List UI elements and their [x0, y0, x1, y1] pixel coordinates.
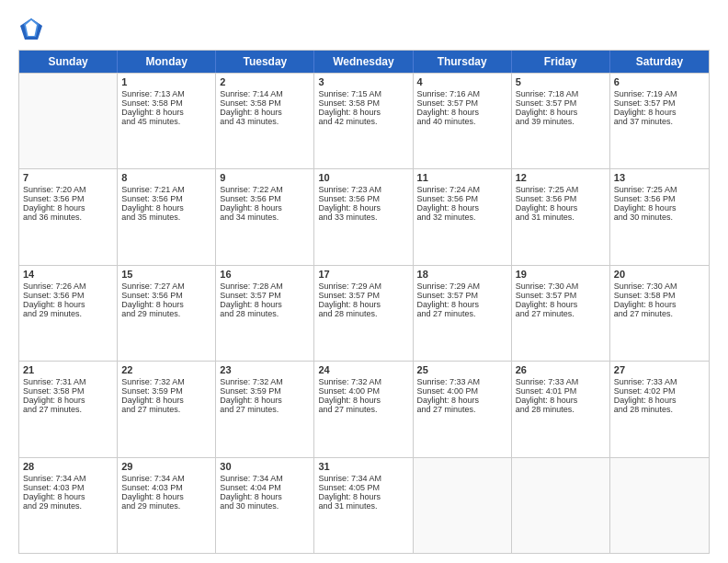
day-info-line: Sunrise: 7:28 AM — [220, 282, 310, 291]
day-info-line: Sunrise: 7:25 AM — [516, 185, 606, 194]
day-cell-22: 22Sunrise: 7:32 AMSunset: 3:59 PMDayligh… — [118, 362, 216, 456]
day-number: 3 — [318, 76, 408, 87]
day-number: 31 — [318, 461, 408, 472]
day-cell-8: 8Sunrise: 7:21 AMSunset: 3:56 PMDaylight… — [118, 169, 216, 264]
day-number: 23 — [220, 364, 310, 375]
day-info-line: and 34 minutes. — [220, 213, 310, 222]
day-info-line: Daylight: 8 hours — [23, 203, 113, 213]
day-info-line: Sunset: 3:58 PM — [614, 291, 705, 300]
day-info-line: and 29 minutes. — [121, 309, 211, 318]
day-info-line: Sunset: 3:57 PM — [516, 291, 606, 300]
day-info-line: Sunrise: 7:33 AM — [516, 377, 606, 386]
day-info-line: Daylight: 8 hours — [417, 300, 507, 309]
day-cell-19: 19Sunrise: 7:30 AMSunset: 3:57 PMDayligh… — [512, 266, 610, 361]
day-info-line: and 42 minutes. — [318, 117, 408, 126]
day-cell-25: 25Sunrise: 7:33 AMSunset: 4:00 PMDayligh… — [414, 362, 512, 456]
day-info-line: and 43 minutes. — [220, 117, 310, 126]
day-info-line: Sunrise: 7:22 AM — [220, 185, 310, 194]
day-info-line: Sunrise: 7:19 AM — [614, 89, 705, 98]
week-row-2: 7Sunrise: 7:20 AMSunset: 3:56 PMDaylight… — [19, 168, 709, 264]
day-cell-15: 15Sunrise: 7:27 AMSunset: 3:56 PMDayligh… — [118, 266, 216, 361]
day-info-line: Sunrise: 7:16 AM — [417, 89, 507, 98]
day-info-line: Sunrise: 7:27 AM — [121, 282, 211, 291]
day-info-line: Daylight: 8 hours — [516, 108, 606, 117]
day-number: 28 — [23, 461, 113, 472]
day-cell-21: 21Sunrise: 7:31 AMSunset: 3:58 PMDayligh… — [19, 362, 118, 456]
day-info-line: Sunset: 3:59 PM — [121, 386, 211, 396]
day-cell-20: 20Sunrise: 7:30 AMSunset: 3:58 PMDayligh… — [610, 266, 709, 361]
day-info-line: and 33 minutes. — [318, 213, 408, 222]
day-number: 10 — [318, 172, 408, 183]
day-cell-5: 5Sunrise: 7:18 AMSunset: 3:57 PMDaylight… — [512, 74, 610, 168]
day-number: 25 — [417, 364, 507, 375]
day-info-line: Daylight: 8 hours — [417, 396, 507, 405]
day-cell-18: 18Sunrise: 7:29 AMSunset: 3:57 PMDayligh… — [414, 266, 512, 361]
day-number: 21 — [23, 364, 113, 375]
week-row-4: 21Sunrise: 7:31 AMSunset: 3:58 PMDayligh… — [19, 361, 709, 456]
day-info-line: Daylight: 8 hours — [220, 108, 310, 117]
day-number: 4 — [417, 76, 507, 87]
day-cell-27: 27Sunrise: 7:33 AMSunset: 4:02 PMDayligh… — [610, 362, 709, 456]
day-cell-29: 29Sunrise: 7:34 AMSunset: 4:03 PMDayligh… — [118, 458, 216, 553]
day-info-line: and 27 minutes. — [516, 309, 606, 318]
day-info-line: Sunrise: 7:14 AM — [220, 89, 310, 98]
day-cell-17: 17Sunrise: 7:29 AMSunset: 3:57 PMDayligh… — [314, 266, 413, 361]
day-info-line: Sunrise: 7:13 AM — [121, 89, 211, 98]
day-info-line: Sunset: 3:57 PM — [318, 291, 408, 300]
day-info-line: and 30 minutes. — [614, 213, 705, 222]
day-info-line: Sunset: 3:57 PM — [220, 291, 310, 300]
weekday-header-friday: Friday — [512, 51, 610, 73]
day-number: 6 — [614, 76, 705, 87]
empty-cell — [19, 74, 118, 168]
day-number: 5 — [516, 76, 606, 87]
day-info-line: Sunrise: 7:18 AM — [516, 89, 606, 98]
day-info-line: Sunrise: 7:30 AM — [614, 282, 705, 291]
day-info-line: Sunrise: 7:34 AM — [318, 474, 408, 483]
day-info-line: Sunset: 3:57 PM — [417, 291, 507, 300]
day-info-line: Sunset: 3:58 PM — [220, 98, 310, 108]
day-info-line: Sunset: 3:56 PM — [23, 291, 113, 300]
day-number: 7 — [23, 172, 113, 183]
weekday-header-sunday: Sunday — [19, 51, 118, 73]
day-info-line: Sunrise: 7:25 AM — [614, 185, 705, 194]
day-info-line: Daylight: 8 hours — [614, 300, 705, 309]
week-row-5: 28Sunrise: 7:34 AMSunset: 4:03 PMDayligh… — [19, 457, 709, 553]
day-info-line: Sunset: 3:56 PM — [516, 194, 606, 203]
day-info-line: Sunrise: 7:32 AM — [318, 377, 408, 386]
day-info-line: and 28 minutes. — [318, 309, 408, 318]
day-info-line: Daylight: 8 hours — [220, 396, 310, 405]
day-info-line: Sunrise: 7:32 AM — [220, 377, 310, 386]
day-number: 2 — [220, 76, 310, 87]
day-info-line: and 27 minutes. — [417, 405, 507, 414]
day-info-line: Daylight: 8 hours — [614, 396, 705, 405]
week-row-3: 14Sunrise: 7:26 AMSunset: 3:56 PMDayligh… — [19, 265, 709, 361]
day-info-line: Daylight: 8 hours — [516, 396, 606, 405]
day-cell-31: 31Sunrise: 7:34 AMSunset: 4:05 PMDayligh… — [314, 458, 413, 553]
day-number: 13 — [614, 172, 705, 183]
day-info-line: Daylight: 8 hours — [516, 203, 606, 213]
logo-icon — [18, 17, 44, 42]
day-info-line: Daylight: 8 hours — [417, 108, 507, 117]
day-info-line: Sunrise: 7:20 AM — [23, 185, 113, 194]
calendar-body: 1Sunrise: 7:13 AMSunset: 3:58 PMDaylight… — [19, 73, 709, 553]
day-info-line: and 29 minutes. — [121, 501, 211, 511]
calendar-header: SundayMondayTuesdayWednesdayThursdayFrid… — [19, 51, 709, 73]
day-info-line: and 35 minutes. — [121, 213, 211, 222]
day-info-line: and 28 minutes. — [220, 309, 310, 318]
day-info-line: Daylight: 8 hours — [220, 300, 310, 309]
day-cell-12: 12Sunrise: 7:25 AMSunset: 3:56 PMDayligh… — [512, 169, 610, 264]
day-info-line: Daylight: 8 hours — [516, 300, 606, 309]
day-info-line: Sunrise: 7:34 AM — [220, 474, 310, 483]
day-cell-1: 1Sunrise: 7:13 AMSunset: 3:58 PMDaylight… — [118, 74, 216, 168]
day-info-line: and 39 minutes. — [516, 117, 606, 126]
day-info-line: Sunrise: 7:29 AM — [318, 282, 408, 291]
day-info-line: Daylight: 8 hours — [318, 396, 408, 405]
weekday-header-tuesday: Tuesday — [216, 51, 314, 73]
day-info-line: Daylight: 8 hours — [318, 492, 408, 501]
day-info-line: and 27 minutes. — [614, 309, 705, 318]
day-info-line: Daylight: 8 hours — [23, 492, 113, 501]
day-info-line: and 32 minutes. — [417, 213, 507, 222]
empty-cell — [414, 458, 512, 553]
day-info-line: and 31 minutes. — [516, 213, 606, 222]
day-number: 9 — [220, 172, 310, 183]
